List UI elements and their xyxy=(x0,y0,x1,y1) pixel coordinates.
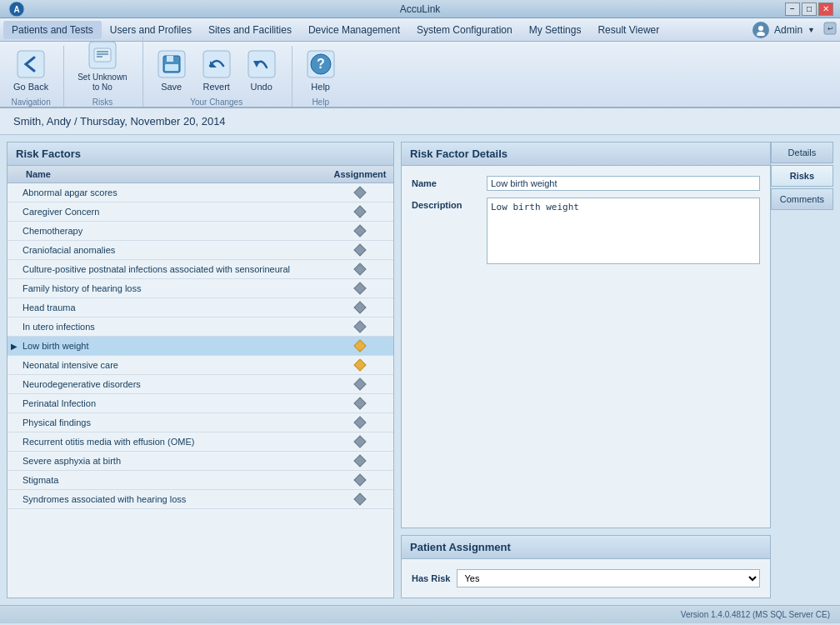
svg-rect-33 xyxy=(354,378,366,390)
menu-my-settings[interactable]: My Settings xyxy=(521,21,590,39)
table-row[interactable]: Perinatal Infection xyxy=(8,394,393,413)
row-assignment xyxy=(327,435,393,448)
table-row[interactable]: Culture-positive postnatal infections as… xyxy=(8,260,393,279)
main-content: Risk Factors Name Assignment Abnormal ap… xyxy=(0,135,840,605)
svg-rect-38 xyxy=(354,474,366,486)
detail-description-row: Description xyxy=(412,198,760,267)
table-row[interactable]: Syndromes associated with hearing loss xyxy=(8,490,393,509)
row-name: Stigmata xyxy=(19,471,327,489)
table-row[interactable]: Neurodegenerative disorders xyxy=(8,375,393,394)
revert-label: Revert xyxy=(202,82,229,92)
help-button[interactable]: ? Help xyxy=(299,46,342,96)
assignment-icon xyxy=(353,186,367,199)
row-name: Caregiver Concern xyxy=(19,202,327,221)
assignment-icon xyxy=(353,205,367,218)
risks-label: Risks xyxy=(92,96,112,107)
svg-rect-35 xyxy=(354,417,366,428)
set-unknown-button[interactable]: Set Unknown to No xyxy=(71,37,133,96)
version-text: Version 1.4.0.4812 (MS SQL Server CE) xyxy=(681,610,830,619)
logout-icon[interactable]: ↩ xyxy=(823,22,837,38)
table-row[interactable]: ▶Low birth weight xyxy=(8,337,393,356)
table-header: Name Assignment xyxy=(8,166,393,183)
menu-result-viewer[interactable]: Result Viewer xyxy=(589,21,668,39)
row-assignment xyxy=(327,224,393,238)
table-row[interactable]: Craniofacial anomalies xyxy=(8,241,393,260)
assignment-icon xyxy=(353,397,367,410)
tab-details[interactable]: Details xyxy=(771,142,833,163)
maximize-button[interactable]: □ xyxy=(802,2,817,16)
svg-text:↩: ↩ xyxy=(828,25,833,32)
app-logo: A xyxy=(7,1,32,18)
row-name: Recurrent otitis media with effusion (OM… xyxy=(19,432,327,451)
svg-rect-37 xyxy=(354,455,366,467)
table-row[interactable]: Severe asphyxia at birth xyxy=(8,452,393,471)
admin-label: Admin xyxy=(774,24,802,36)
row-assignment xyxy=(327,378,393,391)
row-assignment xyxy=(327,320,393,333)
svg-rect-15 xyxy=(165,64,178,71)
row-name: Neonatal intensive care xyxy=(19,356,327,374)
table-row[interactable]: Head trauma xyxy=(8,298,393,318)
assignment-icon xyxy=(353,492,367,506)
minimize-button[interactable]: − xyxy=(785,2,800,16)
table-row[interactable]: Family history of hearing loss xyxy=(8,279,393,298)
svg-rect-8 xyxy=(94,48,111,62)
svg-rect-28 xyxy=(354,282,366,294)
table-row[interactable]: Recurrent otitis media with effusion (OM… xyxy=(8,432,393,452)
close-button[interactable]: ✕ xyxy=(818,2,833,16)
save-button[interactable]: Save xyxy=(150,46,193,96)
table-row[interactable]: Caregiver Concern xyxy=(8,202,393,222)
has-risk-label: Has Risk xyxy=(412,573,450,583)
row-assignment xyxy=(327,301,393,314)
name-label: Name xyxy=(412,176,487,188)
tab-risks[interactable]: Risks xyxy=(771,165,833,187)
revert-icon xyxy=(202,49,232,79)
menu-system-configuration[interactable]: System Configuration xyxy=(408,21,521,39)
svg-rect-39 xyxy=(354,493,366,505)
menu-device-management[interactable]: Device Management xyxy=(300,21,408,39)
menu-sites-facilities[interactable]: Sites and Facilities xyxy=(200,21,300,39)
admin-dropdown-icon[interactable]: ▼ xyxy=(808,26,815,34)
status-bar: Version 1.4.0.4812 (MS SQL Server CE) xyxy=(0,605,840,623)
has-risk-select[interactable]: Yes No Unknown xyxy=(457,569,759,588)
row-assignment xyxy=(327,243,393,257)
help-label: Help xyxy=(311,82,330,92)
svg-rect-27 xyxy=(354,263,366,275)
svg-rect-6 xyxy=(18,51,44,78)
table-row[interactable]: Chemotherapy xyxy=(8,222,393,241)
row-name: Perinatal Infection xyxy=(19,394,327,412)
undo-button[interactable]: Undo xyxy=(240,46,283,96)
risk-factors-table[interactable]: Abnormal apgar scoresCaregiver ConcernCh… xyxy=(8,183,393,598)
row-name: Neurodegenerative disorders xyxy=(19,375,327,393)
undo-icon xyxy=(247,49,277,79)
description-textarea[interactable] xyxy=(487,198,760,264)
table-row[interactable]: Neonatal intensive care xyxy=(8,356,393,375)
svg-rect-26 xyxy=(354,244,366,256)
navigation-group: Go Back Navigation xyxy=(7,46,64,107)
col-name: Name xyxy=(19,166,327,182)
assignment-icon xyxy=(353,416,367,429)
svg-rect-14 xyxy=(167,56,173,62)
has-risk-row: Has Risk Yes No Unknown xyxy=(412,569,760,588)
set-unknown-icon xyxy=(88,40,118,70)
table-row[interactable]: Abnormal apgar scores xyxy=(8,183,393,202)
patient-assignment-title: Patient Assignment xyxy=(402,536,770,559)
revert-button[interactable]: Revert xyxy=(195,46,238,96)
help-group-label: Help xyxy=(312,96,329,107)
row-assignment xyxy=(327,339,393,352)
row-assignment xyxy=(327,262,393,276)
row-name: Chemotherapy xyxy=(19,222,327,240)
row-name: Physical findings xyxy=(19,413,327,432)
row-assignment xyxy=(327,473,393,487)
table-row[interactable]: Physical findings xyxy=(8,413,393,432)
row-name: Craniofacial anomalies xyxy=(19,241,327,259)
table-row[interactable]: In utero infections xyxy=(8,318,393,337)
row-name: Low birth weight xyxy=(19,337,327,355)
table-row[interactable]: Stigmata xyxy=(8,471,393,490)
tab-comments[interactable]: Comments xyxy=(771,188,833,210)
assignment-icon xyxy=(353,473,367,487)
your-changes-label: Your Changes xyxy=(190,96,242,107)
row-name: Head trauma xyxy=(19,298,327,317)
go-back-button[interactable]: Go Back xyxy=(7,46,55,96)
help-group: ? Help Help xyxy=(299,46,351,107)
